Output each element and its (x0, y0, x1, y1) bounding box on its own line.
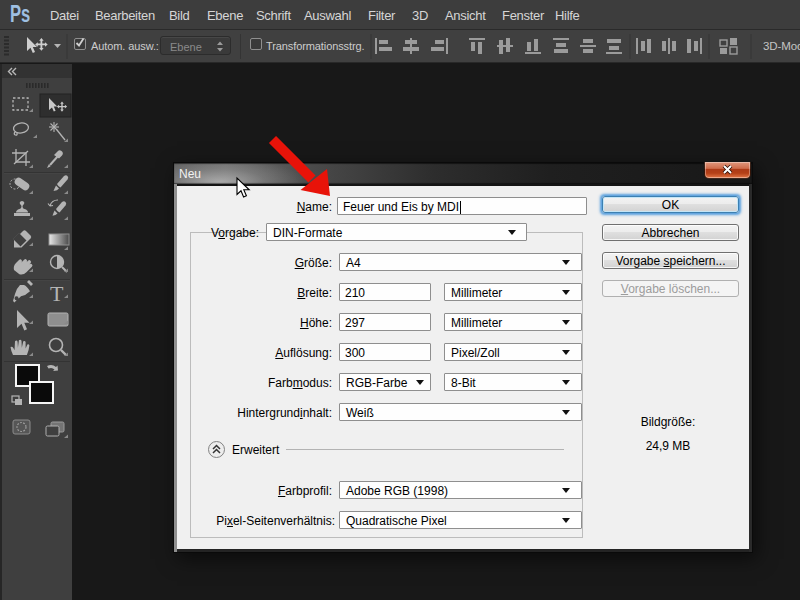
svg-text:T: T (50, 281, 64, 306)
